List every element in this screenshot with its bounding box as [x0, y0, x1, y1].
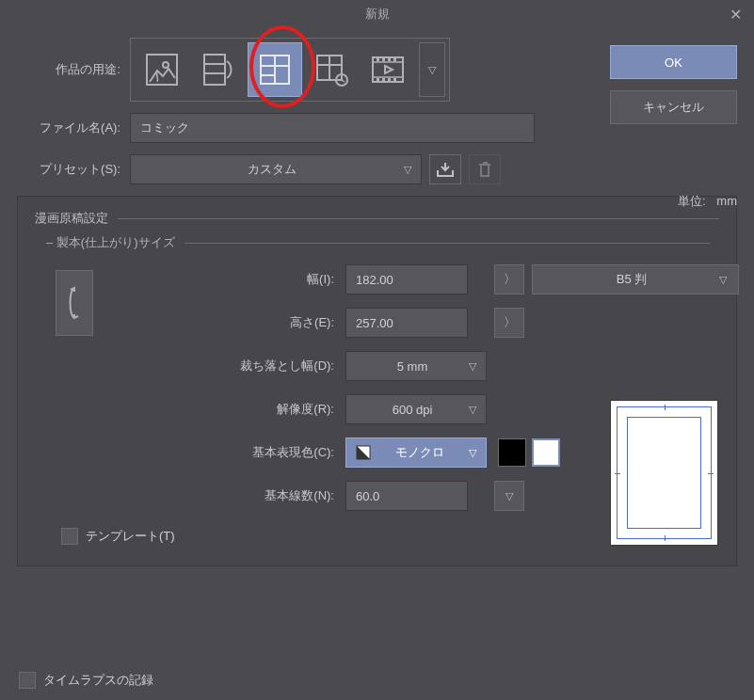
svg-rect-21 [382, 78, 385, 81]
preset-save-button[interactable] [429, 154, 461, 184]
ok-button[interactable]: OK [610, 45, 737, 79]
preview-trim-area [627, 417, 701, 529]
webtoon-icon [201, 52, 236, 88]
bleed-select[interactable]: 5 mm ▽ [345, 351, 487, 381]
preset-select[interactable]: カスタム ▽ [130, 154, 422, 184]
preset-value: カスタム [140, 161, 404, 178]
svg-rect-22 [388, 78, 391, 81]
trash-icon [477, 161, 492, 178]
color-mode-value: モノクロ [395, 444, 444, 461]
close-button[interactable]: ✕ [716, 0, 754, 28]
resolution-label: 解像度(R): [110, 401, 345, 418]
svg-rect-19 [393, 58, 396, 61]
width-label: 幅(I): [110, 271, 345, 288]
size-preset-select[interactable]: B5 判 ▽ [532, 264, 739, 294]
height-expand-button[interactable]: 〉 [494, 308, 524, 338]
chevron-down-icon: ▽ [404, 164, 411, 176]
template-label: テンプレート(T) [86, 528, 175, 545]
filename-label: ファイル名(A): [17, 119, 130, 136]
usage-toolbar: ▽ [130, 38, 450, 102]
monochrome-icon [356, 445, 371, 460]
chevron-down-icon: ▽ [469, 404, 476, 416]
color-mode-select[interactable]: モノクロ ▽ [345, 438, 487, 468]
cancel-button[interactable]: キャンセル [610, 90, 737, 124]
svg-rect-18 [388, 58, 391, 61]
bleed-label: 裁ち落とし幅(D): [110, 358, 345, 374]
orientation-button[interactable] [56, 270, 93, 336]
unit-label: 単位: mm [678, 193, 737, 210]
preview-bleed-area [617, 406, 712, 539]
svg-point-1 [163, 62, 168, 68]
panel-title: 漫画原稿設定 [35, 210, 108, 227]
comic-icon [257, 52, 293, 88]
divider [118, 218, 719, 219]
chevron-down-icon: ▽ [428, 64, 436, 76]
height-input[interactable] [345, 308, 468, 338]
usage-webtoon-button[interactable] [191, 42, 246, 97]
resolution-value: 600 dpi [356, 403, 469, 417]
chevron-down-icon: ▽ [719, 274, 727, 286]
svg-rect-2 [204, 55, 225, 85]
screen-lines-dropdown-button[interactable]: ▽ [494, 481, 524, 511]
titlebar: 新規 ✕ [0, 0, 754, 28]
usage-label: 作品の用途: [17, 61, 130, 78]
chevron-down-icon: ▽ [505, 490, 513, 502]
color-mode-label: 基本表現色(C): [110, 444, 345, 461]
illustration-icon [144, 52, 180, 88]
usage-print-comic-button[interactable] [304, 42, 359, 97]
usage-comic-button[interactable] [248, 42, 302, 97]
usage-illustration-button[interactable] [135, 42, 189, 97]
screen-lines-input[interactable] [345, 481, 468, 511]
svg-rect-20 [377, 78, 379, 81]
height-label: 高さ(E): [110, 314, 345, 331]
divider [184, 243, 711, 244]
timelapse-label: タイムラプスの記録 [43, 672, 153, 689]
color-swatch-black[interactable] [498, 438, 526, 467]
preset-delete-button[interactable] [469, 154, 501, 184]
usage-more-button[interactable]: ▽ [419, 42, 445, 97]
size-preset-value: B5 判 [617, 271, 648, 288]
chevron-right-icon: 〉 [504, 271, 516, 288]
timelapse-checkbox[interactable] [19, 672, 36, 689]
width-expand-button[interactable]: 〉 [494, 264, 524, 294]
svg-rect-16 [377, 58, 379, 61]
svg-rect-17 [382, 58, 385, 61]
usage-animation-button[interactable] [361, 42, 415, 97]
save-icon [436, 161, 455, 178]
width-input[interactable] [345, 264, 468, 294]
rotate-icon [65, 284, 84, 322]
print-comic-icon [313, 52, 349, 88]
animation-icon [370, 52, 406, 88]
screen-lines-label: 基本線数(N): [110, 487, 345, 504]
panel-subtitle: – 製本(仕上がり)サイズ [46, 234, 175, 251]
filename-input[interactable] [130, 113, 535, 143]
template-checkbox[interactable] [61, 528, 78, 545]
bleed-value: 5 mm [356, 359, 469, 374]
chevron-right-icon: 〉 [504, 314, 516, 331]
chevron-down-icon: ▽ [469, 360, 476, 373]
close-icon: ✕ [730, 6, 742, 24]
svg-rect-23 [393, 78, 396, 81]
preset-label: プリセット(S): [17, 161, 130, 178]
page-preview [610, 400, 718, 546]
chevron-down-icon: ▽ [469, 447, 476, 459]
window-title: 新規 [365, 6, 390, 23]
color-swatch-white[interactable] [532, 438, 560, 467]
resolution-select[interactable]: 600 dpi ▽ [345, 394, 487, 424]
